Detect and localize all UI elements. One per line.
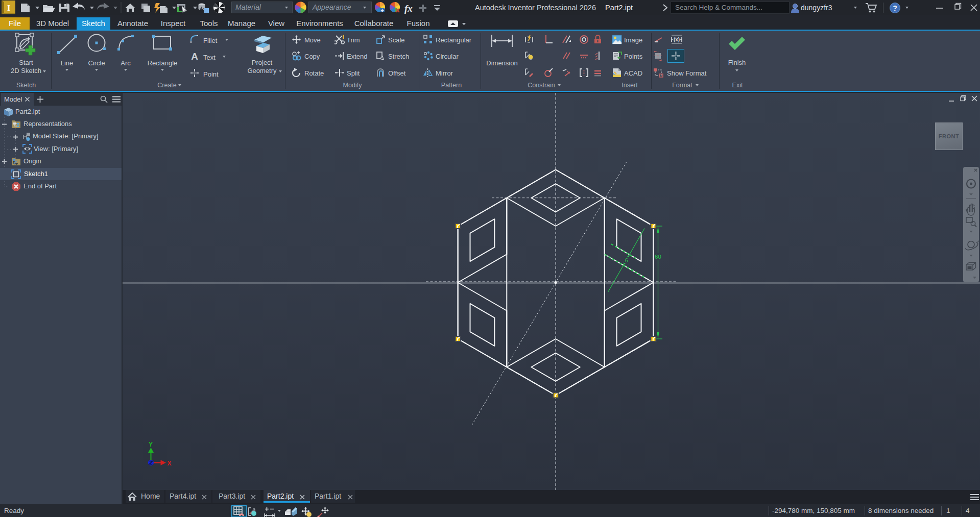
svg-text:6: 6 <box>625 257 628 263</box>
svg-text:fx: fx <box>404 3 413 14</box>
svg-text:X: X <box>167 460 171 467</box>
svg-text:(x): (x) <box>674 37 680 42</box>
svg-text:60: 60 <box>655 254 661 260</box>
svg-text:?: ? <box>893 4 897 12</box>
svg-text:Y: Y <box>149 441 153 448</box>
svg-text:I: I <box>7 3 11 13</box>
svg-text:A: A <box>191 52 198 61</box>
